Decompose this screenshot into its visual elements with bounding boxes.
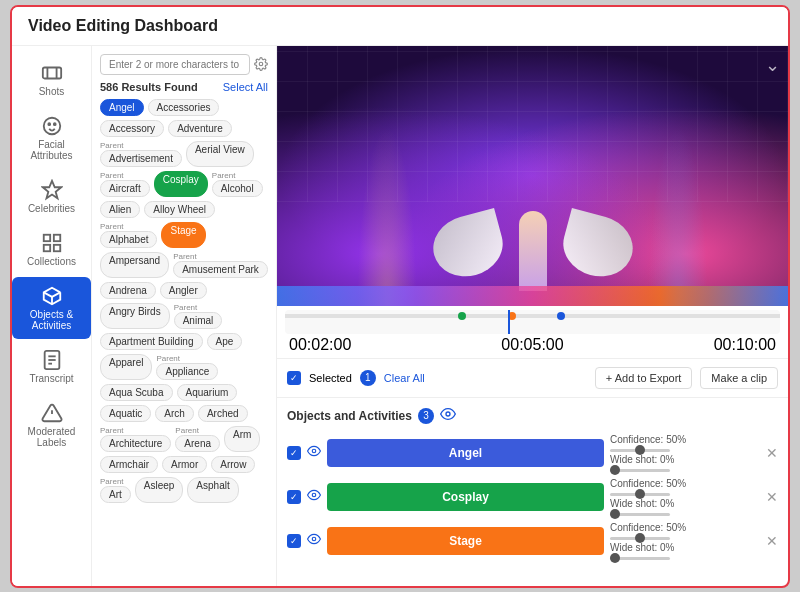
tag-stage[interactable]: Stage [161,222,205,248]
tag-arena[interactable]: Arena [175,435,220,452]
det-eye-stage[interactable] [307,532,321,549]
app-container: Video Editing Dashboard Shots Facial Att… [10,5,790,588]
tag-alloy-wheel[interactable]: Alloy Wheel [144,201,215,218]
svg-rect-8 [53,234,59,240]
det-wideshot-cosplay: Wide shot: 0% [610,498,680,509]
tag-animal[interactable]: Animal [174,312,223,329]
select-all-button[interactable]: Select All [223,81,268,93]
timeline-needle [508,310,510,334]
detection-row-stage: ✓ Stage Confidence: 50% [287,522,778,560]
add-to-export-button[interactable]: + Add to Export [595,367,693,389]
sidebar-item-facial[interactable]: Facial Attributes [12,107,91,169]
tag-adventure[interactable]: Adventure [168,120,232,137]
results-row: 586 Results Found Select All [100,81,268,93]
tag-arm[interactable]: Arm [224,426,260,452]
sidebar-label-collections: Collections [27,256,76,267]
det-check-stage[interactable]: ✓ [287,534,301,548]
tag-advertisement[interactable]: Advertisement [100,150,182,167]
tag-accessories[interactable]: Accessories [148,99,220,116]
sidebar-item-celebrities[interactable]: Celebrities [12,171,91,222]
det-confidence-slider-angel[interactable] [610,449,670,452]
det-label-stage: Stage [327,527,604,555]
detection-row-cosplay: ✓ Cosplay Confidence: 50% [287,478,778,516]
tag-aquatic[interactable]: Aquatic [100,405,151,422]
det-check-angel[interactable]: ✓ [287,446,301,460]
svg-marker-6 [42,180,60,197]
timeline-marker-2: 00:05:00 [501,336,563,354]
conf-wide-cosplay: Confidence: 50% Wide shot: 0% [610,478,760,516]
timeline-bar [285,310,780,334]
sidebar: Shots Facial Attributes Celebrities [12,46,92,586]
tag-ampersand[interactable]: Ampersand [100,252,169,278]
det-wideshot-slider-stage[interactable] [610,557,670,560]
conf-wide-stage: Confidence: 50% Wide shot: 0% [610,522,760,560]
tag-arched[interactable]: Arched [198,405,248,422]
tag-angel[interactable]: Angel [100,99,144,116]
det-check-cosplay[interactable]: ✓ [287,490,301,504]
tag-alphabet[interactable]: Alphabet [100,231,157,248]
tag-aerial-view[interactable]: Aerial View [186,141,254,167]
tag-ape[interactable]: Ape [207,333,243,350]
timeline-area: 00:02:00 00:05:00 00:10:00 [277,306,788,359]
face-icon [41,115,63,137]
svg-point-19 [446,412,450,416]
tag-armor[interactable]: Armor [162,456,207,473]
det-close-angel[interactable]: ✕ [766,445,778,461]
tag-angler[interactable]: Angler [160,282,207,299]
tag-appliance[interactable]: Appliance [156,363,218,380]
det-eye-angel[interactable] [307,444,321,461]
sidebar-item-shots[interactable]: Shots [12,54,91,105]
svg-point-5 [53,123,55,125]
sidebar-item-moderated[interactable]: Moderated Labels [12,394,91,456]
search-input[interactable] [100,54,250,75]
make-clip-button[interactable]: Make a clip [700,367,778,389]
tag-aircraft[interactable]: Aircraft [100,180,150,197]
tag-apparel[interactable]: Apparel [100,354,152,380]
tag-armchair[interactable]: Armchair [100,456,158,473]
sidebar-label-celebrities: Celebrities [28,203,75,214]
sidebar-item-objects[interactable]: Objects & Activities [12,277,91,339]
warning-icon [41,402,63,424]
det-close-cosplay[interactable]: ✕ [766,489,778,505]
tag-apartment-building[interactable]: Apartment Building [100,333,203,350]
cube-icon [41,285,63,307]
sidebar-item-transcript[interactable]: Transcript [12,341,91,392]
det-wideshot-slider-cosplay[interactable] [610,513,670,516]
objects-eye-icon[interactable] [440,406,456,426]
spotlight-left [357,126,417,306]
det-wideshot-slider-angel[interactable] [610,469,670,472]
tag-accessory[interactable]: Accessory [100,120,164,137]
tag-art[interactable]: Art [100,486,131,503]
det-eye-cosplay[interactable] [307,488,321,505]
tags-panel: 586 Results Found Select All Angel Acces… [92,46,277,586]
tag-alcohol[interactable]: Alcohol [212,180,263,197]
sidebar-item-collections[interactable]: Collections [12,224,91,275]
tag-arrow[interactable]: Arrow [211,456,255,473]
objects-title: Objects and Activities [287,409,412,423]
det-close-stage[interactable]: ✕ [766,533,778,549]
tag-angry-birds[interactable]: Angry Birds [100,303,170,329]
search-row [100,54,268,75]
det-confidence-slider-stage[interactable] [610,537,670,540]
sidebar-label-transcript: Transcript [29,373,73,384]
svg-point-20 [312,449,316,453]
det-confidence-slider-cosplay[interactable] [610,493,670,496]
tag-arch[interactable]: Arch [155,405,194,422]
tag-aqua-scuba[interactable]: Aqua Scuba [100,384,173,401]
det-wideshot-angel: Wide shot: 0% [610,454,680,465]
tag-andrena[interactable]: Andrena [100,282,156,299]
tag-alien[interactable]: Alien [100,201,140,218]
tag-architecture[interactable]: Architecture [100,435,171,452]
tag-cosplay[interactable]: Cosplay [154,171,208,197]
doc-icon [41,349,63,371]
tag-asphalt[interactable]: Asphalt [187,477,238,503]
tag-asleep[interactable]: Asleep [135,477,184,503]
star-icon [41,179,63,201]
tag-amusement-park[interactable]: Amusement Park [173,261,268,278]
app-header: Video Editing Dashboard [12,7,788,46]
clear-all-button[interactable]: Clear All [384,372,425,384]
video-area: ⌄ [277,46,788,306]
timeline-dot-blue [557,312,565,320]
settings-icon[interactable] [254,57,268,71]
tag-aquarium[interactable]: Aquarium [177,384,238,401]
